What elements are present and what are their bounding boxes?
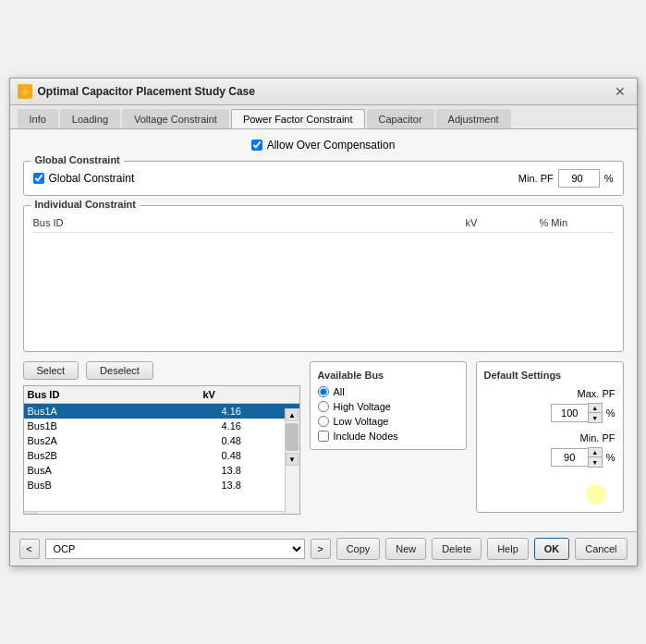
footer-bar: < OCP > Copy New Delete Help OK Cancel bbox=[10, 531, 637, 565]
min-pf-input[interactable] bbox=[551, 448, 588, 467]
bus-id-busa: BusA bbox=[28, 465, 222, 476]
bus-table-body[interactable]: Bus1A 4.16 Bus1B 4.16 Bus2A 0.48 Bus2B bbox=[24, 404, 299, 511]
select-button[interactable]: Select bbox=[23, 361, 79, 380]
global-right: Min. PF % bbox=[518, 169, 614, 188]
include-nodes-label: Include Nodes bbox=[334, 431, 398, 442]
max-pf-row: ▲ ▼ % bbox=[484, 403, 616, 423]
middle-panel: Available Bus All High Voltage Low Volta… bbox=[310, 361, 467, 515]
radio-high-voltage-row: High Voltage bbox=[318, 401, 458, 412]
bus-id-bus1a: Bus1A bbox=[28, 406, 222, 417]
bus-row-bus2a[interactable]: Bus2A 0.48 bbox=[24, 433, 299, 448]
scroll-down-btn[interactable]: ▼ bbox=[286, 453, 299, 466]
radio-high-voltage-label: High Voltage bbox=[334, 401, 391, 412]
radio-high-voltage[interactable] bbox=[318, 401, 329, 412]
next-button[interactable]: > bbox=[311, 539, 331, 559]
select-deselect-row: Select Deselect bbox=[23, 361, 300, 380]
titlebar: ⚡ Optimal Capacitor Placement Study Case… bbox=[10, 79, 637, 105]
min-pf-label-ds: Min. PF bbox=[580, 432, 616, 444]
window-title: Optimal Capacitor Placement Study Case bbox=[38, 85, 255, 98]
min-pf-label: Min. PF bbox=[518, 173, 554, 184]
radio-low-voltage-row: Low Voltage bbox=[318, 416, 458, 427]
global-constraint-row: Global Constraint Min. PF % bbox=[33, 169, 614, 188]
individual-constraint-title: Individual Constraint bbox=[31, 199, 140, 210]
include-nodes-checkbox[interactable] bbox=[318, 431, 329, 442]
close-button[interactable]: ✕ bbox=[611, 82, 629, 101]
global-left: Global Constraint bbox=[33, 172, 135, 185]
left-panel: Select Deselect Bus ID kV Bus1A 4.16 bbox=[23, 361, 300, 515]
min-pf-up-btn[interactable]: ▲ bbox=[589, 448, 602, 457]
tab-loading[interactable]: Loading bbox=[60, 109, 120, 128]
pct-label: % bbox=[604, 173, 614, 184]
allow-over-comp-label: Allow Over Compensation bbox=[267, 139, 396, 152]
bus-row-busa[interactable]: BusA 13.8 bbox=[24, 463, 299, 478]
default-settings-box: Default Settings Max. PF ▲ ▼ % bbox=[476, 361, 624, 513]
ic-table-header: Bus ID kV % Min bbox=[33, 213, 614, 233]
horizontal-scrollbar[interactable]: ◀ ▶ bbox=[24, 511, 299, 515]
max-pf-label: Max. PF bbox=[578, 388, 616, 399]
available-bus-title: Available Bus bbox=[318, 370, 458, 381]
tab-adjustment[interactable]: Adjustment bbox=[436, 109, 511, 128]
allow-over-comp-checkbox[interactable] bbox=[251, 140, 262, 151]
bus-id-bus2b: Bus2B bbox=[28, 450, 222, 461]
min-pf-label-row: Min. PF bbox=[484, 432, 616, 444]
bus-row-bus1b[interactable]: Bus1B 4.16 bbox=[24, 419, 299, 433]
delete-button[interactable]: Delete bbox=[432, 538, 481, 560]
ic-col-kv: kV bbox=[466, 217, 540, 228]
bottom-section: Select Deselect Bus ID kV Bus1A 4.16 bbox=[23, 361, 624, 515]
bus-row-bus2b[interactable]: Bus2B 0.48 bbox=[24, 448, 299, 463]
max-pf-input[interactable] bbox=[551, 404, 588, 422]
scroll-left-btn[interactable]: ◀ bbox=[24, 512, 37, 516]
cancel-button[interactable]: Cancel bbox=[575, 538, 627, 560]
bus-id-bus1b: Bus1B bbox=[28, 420, 222, 431]
copy-button[interactable]: Copy bbox=[336, 538, 381, 560]
tab-voltage-constraint[interactable]: Voltage Constraint bbox=[122, 109, 229, 128]
radio-all[interactable] bbox=[318, 386, 329, 397]
tab-info[interactable]: Info bbox=[18, 109, 58, 128]
bus-id-busb: BusB bbox=[28, 480, 222, 491]
ic-col-pct-min: % Min bbox=[540, 217, 614, 228]
titlebar-left: ⚡ Optimal Capacitor Placement Study Case bbox=[18, 84, 255, 99]
radio-all-row: All bbox=[318, 386, 458, 397]
cursor-highlight bbox=[586, 484, 606, 504]
bus-row-busb[interactable]: BusB 13.8 bbox=[24, 478, 299, 492]
new-button[interactable]: New bbox=[385, 538, 426, 560]
radio-low-voltage[interactable] bbox=[318, 416, 329, 427]
max-pf-down-btn[interactable]: ▼ bbox=[589, 413, 602, 422]
vertical-scrollbar[interactable]: ▲ ▼ bbox=[285, 408, 299, 514]
bus-col-kv: kV bbox=[203, 389, 277, 400]
max-pf-spinner-btns: ▲ ▼ bbox=[588, 403, 603, 423]
tab-power-factor-constraint[interactable]: Power Factor Constraint bbox=[231, 109, 365, 128]
tab-capacitor[interactable]: Capacitor bbox=[367, 109, 434, 128]
scroll-thumb[interactable] bbox=[286, 423, 299, 451]
scroll-up-btn[interactable]: ▲ bbox=[286, 408, 299, 421]
study-case-select[interactable]: OCP bbox=[45, 539, 305, 559]
individual-constraint-group: Individual Constraint Bus ID kV % Min bbox=[23, 205, 624, 352]
prev-button[interactable]: < bbox=[19, 539, 40, 559]
main-window: ⚡ Optimal Capacitor Placement Study Case… bbox=[9, 78, 638, 566]
main-content: Allow Over Compensation Global Constrain… bbox=[10, 129, 637, 531]
max-pf-label-row: Max. PF bbox=[484, 388, 616, 399]
ok-button[interactable]: OK bbox=[534, 538, 570, 560]
help-button[interactable]: Help bbox=[487, 538, 529, 560]
min-pf-spinner: ▲ ▼ bbox=[551, 447, 603, 468]
global-constraint-label: Global Constraint bbox=[49, 172, 135, 185]
default-settings-title: Default Settings bbox=[484, 370, 616, 381]
ic-col-bus-id: Bus ID bbox=[33, 217, 466, 228]
include-nodes-row: Include Nodes bbox=[318, 431, 458, 442]
bus-row-bus1a[interactable]: Bus1A 4.16 bbox=[24, 404, 299, 419]
max-pf-up-btn[interactable]: ▲ bbox=[589, 404, 602, 413]
max-pf-pct: % bbox=[606, 407, 616, 419]
horiz-thumb bbox=[39, 514, 285, 516]
bus-table-header: Bus ID kV bbox=[24, 386, 299, 404]
ic-table-body bbox=[33, 233, 614, 344]
bus-col-id: Bus ID bbox=[28, 389, 203, 400]
bus-id-bus2a: Bus2A bbox=[28, 435, 222, 446]
global-constraint-checkbox[interactable] bbox=[33, 173, 44, 184]
available-bus-box: Available Bus All High Voltage Low Volta… bbox=[310, 361, 467, 450]
min-pf-down-btn[interactable]: ▼ bbox=[589, 457, 602, 467]
min-pf-input[interactable] bbox=[558, 169, 600, 188]
min-pf-pct: % bbox=[606, 452, 616, 463]
allow-over-comp-row: Allow Over Compensation bbox=[23, 139, 624, 152]
min-pf-row: ▲ ▼ % bbox=[484, 447, 616, 468]
deselect-button[interactable]: Deselect bbox=[86, 361, 153, 380]
